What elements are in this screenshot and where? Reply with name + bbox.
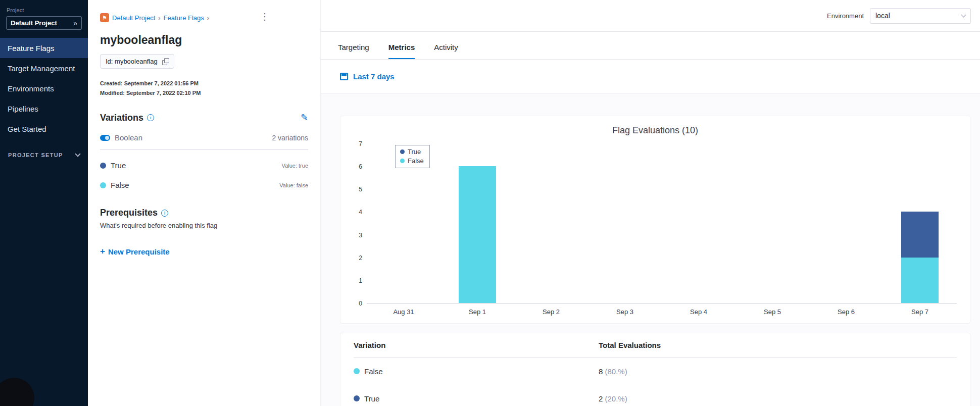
x-tick-label: Sep 3: [588, 308, 662, 316]
breadcrumb-separator: ›: [158, 14, 160, 22]
variation-row-true: TrueValue: true: [100, 161, 308, 170]
tab-targeting[interactable]: Targeting: [338, 43, 369, 59]
variation-value: Value: false: [279, 182, 308, 188]
flag-meta: Created: September 7, 2022 01:56 PM Modi…: [100, 79, 308, 98]
chart-slot-sep-1: [440, 144, 514, 303]
prerequisites-description: What's required before enabling this fla…: [100, 222, 308, 229]
sidebar-item-pipelines[interactable]: Pipelines: [0, 98, 88, 119]
main-area: Environment local TargetingMetricsActivi…: [321, 0, 980, 406]
y-tick-label: 0: [359, 300, 362, 307]
environment-select[interactable]: local: [870, 8, 971, 24]
table-header-row: Variation Total Evaluations: [354, 333, 957, 358]
date-range-button[interactable]: Last 7 days: [353, 72, 395, 81]
variations-title: Variations: [100, 113, 143, 123]
calendar-icon: [340, 73, 348, 80]
breadcrumb-section-link[interactable]: Feature Flags: [164, 14, 204, 22]
boolean-type-icon: [100, 135, 110, 141]
variations-header: Variations: [100, 112, 308, 123]
legend-item-false: False: [400, 157, 424, 165]
environment-value: local: [875, 12, 890, 20]
sidebar: Project Default Project Feature FlagsTar…: [0, 0, 88, 406]
expand-icon: [73, 19, 77, 27]
chart-slot-sep-2: [514, 144, 588, 303]
flag-id-chip: Id: mybooleanflag: [100, 54, 174, 69]
sidebar-item-environments[interactable]: Environments: [0, 78, 88, 98]
new-prerequisite-label: New Prerequisite: [108, 247, 170, 256]
y-tick-label: 1: [359, 277, 362, 284]
tab-activity[interactable]: Activity: [434, 43, 458, 59]
info-icon[interactable]: [161, 210, 168, 217]
y-tick-label: 6: [359, 163, 362, 170]
prerequisites-header: Prerequisites: [100, 208, 308, 218]
project-setup-label: PROJECT SETUP: [8, 152, 63, 158]
variation-type-row: Boolean 2 variations: [100, 133, 308, 150]
table-header-total: Total Evaluations: [599, 341, 957, 349]
date-range-row: Last 7 days: [321, 60, 980, 93]
x-tick-label: Sep 5: [736, 308, 809, 316]
total-count: 2: [599, 394, 605, 403]
chart-body: 01234567 TrueFalse Aug 31Sep 1Sep 2Sep 3…: [354, 144, 957, 316]
copy-icon[interactable]: [162, 58, 169, 65]
sidebar-item-feature-flags[interactable]: Feature Flags: [0, 38, 88, 58]
project-selector-value: Default Project: [11, 19, 57, 27]
bar-segment-false: [459, 166, 496, 303]
total-count: 8: [599, 367, 605, 376]
variation-color-dot: [354, 368, 360, 374]
flag-id-text: Id: mybooleanflag: [106, 58, 158, 65]
table-header-variation: Variation: [354, 341, 599, 349]
chart-slot-sep-4: [662, 144, 736, 303]
total-percent: (20.%): [605, 394, 627, 403]
app-logo[interactable]: [0, 378, 34, 406]
edit-variations-icon[interactable]: [301, 112, 308, 123]
x-tick-label: Sep 4: [662, 308, 736, 316]
table-cell-variation: True: [354, 394, 599, 403]
breadcrumb-project-link[interactable]: Default Project: [112, 14, 155, 22]
legend-dot: [400, 159, 405, 163]
project-label: Project: [7, 7, 88, 13]
new-prerequisite-button[interactable]: New Prerequisite: [100, 246, 170, 257]
variation-row-false: FalseValue: false: [100, 181, 308, 189]
legend-label: False: [408, 157, 424, 165]
bar-sep-7: [901, 212, 939, 303]
tab-metrics[interactable]: Metrics: [388, 43, 415, 59]
flag-created: Created: September 7, 2022 01:56 PM: [100, 79, 308, 88]
table-cell-total: 8 (80.%): [599, 367, 957, 376]
chart-slot-sep-7: [883, 144, 957, 303]
sidebar-item-get-started[interactable]: Get Started: [0, 119, 88, 139]
tab-bar: TargetingMetricsActivity: [321, 32, 980, 60]
project-selector[interactable]: Default Project: [6, 16, 82, 30]
table-cell-variation: False: [354, 367, 599, 376]
flag-detail-panel: ⚑ Default Project › Feature Flags › mybo…: [88, 0, 321, 406]
legend-item-true: True: [400, 148, 424, 156]
variation-value: Value: true: [282, 163, 308, 169]
legend-dot: [400, 149, 405, 154]
x-tick-label: Sep 1: [440, 308, 514, 316]
flag-evaluations-card: Flag Evaluations (10) 01234567 TrueFalse…: [340, 116, 970, 324]
y-tick-label: 7: [359, 140, 362, 147]
chevron-down-icon: [961, 12, 966, 17]
bar-segment-false: [901, 258, 939, 303]
chart-slot-sep-3: [588, 144, 662, 303]
legend-label: True: [408, 148, 421, 156]
info-icon[interactable]: [147, 114, 154, 121]
variation-type-label: Boolean: [115, 133, 142, 142]
y-tick-label: 2: [359, 255, 362, 262]
table-body: False8 (80.%)True2 (20.%): [354, 358, 957, 406]
project-setup-toggle[interactable]: PROJECT SETUP: [0, 152, 88, 158]
kebab-menu-icon[interactable]: [260, 11, 270, 22]
evaluations-table-card: Variation Total Evaluations False8 (80.%…: [340, 333, 970, 406]
metrics-content: Flag Evaluations (10) 01234567 TrueFalse…: [321, 94, 980, 406]
prerequisites-title: Prerequisites: [100, 208, 158, 218]
chart-y-axis: 01234567: [354, 144, 367, 303]
x-tick-label: Aug 31: [367, 308, 440, 316]
chart-x-axis: Aug 31Sep 1Sep 2Sep 3Sep 4Sep 5Sep 6Sep …: [367, 308, 957, 316]
chevron-down-icon: [75, 151, 80, 157]
variation-name: False: [364, 367, 383, 376]
chart-legend: TrueFalse: [395, 145, 430, 168]
y-tick-label: 4: [359, 209, 362, 216]
top-header: Environment local: [321, 0, 980, 32]
total-percent: (80.%): [605, 367, 627, 376]
chart-plot: TrueFalse: [367, 144, 957, 303]
variation-name: True: [111, 161, 126, 170]
sidebar-item-target-management[interactable]: Target Management: [0, 58, 88, 78]
